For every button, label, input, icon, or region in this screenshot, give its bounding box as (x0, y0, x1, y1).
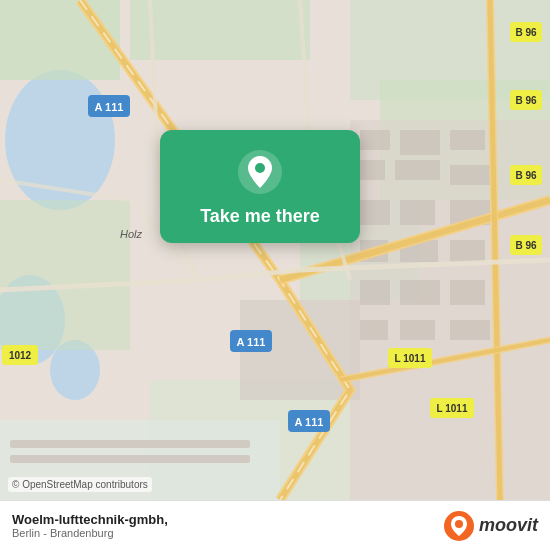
svg-text:1012: 1012 (9, 350, 32, 361)
bottom-bar: Woelm-lufttechnik-gmbh, Berlin - Branden… (0, 500, 550, 550)
svg-text:A 111: A 111 (237, 336, 266, 348)
svg-rect-16 (360, 160, 385, 180)
svg-rect-15 (450, 130, 485, 150)
svg-text:A 111: A 111 (295, 416, 324, 428)
svg-rect-27 (450, 280, 485, 305)
svg-point-58 (455, 520, 463, 528)
svg-rect-25 (360, 280, 390, 305)
svg-rect-33 (10, 455, 250, 463)
moovit-logo: moovit (443, 510, 538, 542)
svg-rect-20 (400, 200, 435, 225)
svg-text:A 111: A 111 (95, 101, 124, 113)
svg-text:Holz: Holz (120, 228, 143, 240)
svg-rect-17 (395, 160, 440, 180)
svg-rect-24 (450, 240, 485, 262)
svg-rect-28 (360, 320, 388, 340)
svg-text:B 96: B 96 (515, 240, 537, 251)
moovit-logo-text: moovit (479, 515, 538, 536)
svg-rect-13 (360, 130, 390, 150)
svg-rect-30 (450, 320, 490, 340)
city-name: Berlin - Brandenburg (12, 527, 168, 539)
svg-text:B 96: B 96 (515, 95, 537, 106)
map-container: A 111 A 111 A 111 B 96 B 96 B 96 B 96 10… (0, 0, 550, 500)
osm-credit-text: © OpenStreetMap contributors (12, 479, 148, 490)
take-me-there-card[interactable]: Take me there (160, 130, 360, 243)
svg-rect-5 (130, 0, 310, 60)
take-me-there-label: Take me there (200, 206, 320, 227)
moovit-logo-icon (443, 510, 475, 542)
map-background: A 111 A 111 A 111 B 96 B 96 B 96 B 96 10… (0, 0, 550, 500)
svg-rect-4 (0, 0, 120, 80)
location-info: Woelm-lufttechnik-gmbh, Berlin - Branden… (12, 512, 168, 539)
svg-rect-19 (360, 200, 390, 225)
svg-text:B 96: B 96 (515, 170, 537, 181)
svg-rect-32 (10, 440, 250, 448)
svg-rect-29 (400, 320, 435, 340)
svg-text:L 1011: L 1011 (395, 353, 426, 364)
place-name: Woelm-lufttechnik-gmbh, (12, 512, 168, 527)
svg-text:L 1011: L 1011 (437, 403, 468, 414)
osm-credit: © OpenStreetMap contributors (8, 477, 152, 492)
svg-rect-18 (450, 165, 490, 185)
svg-rect-26 (400, 280, 440, 305)
svg-point-56 (255, 163, 265, 173)
location-pin-icon (236, 148, 284, 196)
svg-rect-9 (0, 200, 130, 350)
svg-text:B 96: B 96 (515, 27, 537, 38)
svg-rect-14 (400, 130, 440, 155)
